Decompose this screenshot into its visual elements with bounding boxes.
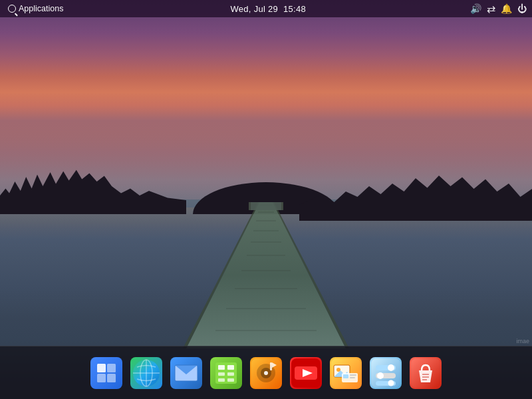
svg-rect-52 bbox=[350, 377, 355, 378]
browser-icon bbox=[130, 357, 162, 389]
svg-rect-29 bbox=[218, 365, 225, 370]
power-icon[interactable]: ⏻ bbox=[517, 3, 527, 14]
dock-item-photos[interactable] bbox=[327, 354, 364, 392]
dock-item-video[interactable] bbox=[287, 354, 325, 392]
mail-icon bbox=[170, 357, 202, 389]
dock-item-workspace[interactable] bbox=[88, 354, 125, 392]
workspace-icon bbox=[90, 357, 122, 389]
volume-icon[interactable]: 🔊 bbox=[470, 3, 481, 14]
taskbar bbox=[0, 346, 532, 399]
top-panel: Applications Wed, Jul 29 15:48 🔊 ⇄ 🔔 ⏻ bbox=[0, 0, 532, 17]
store-icon bbox=[410, 357, 442, 389]
svg-rect-15 bbox=[281, 202, 283, 210]
dock-item-settings[interactable] bbox=[367, 354, 404, 392]
svg-point-38 bbox=[264, 371, 268, 375]
svg-point-59 bbox=[388, 380, 394, 386]
svg-rect-20 bbox=[107, 374, 116, 382]
dock-item-browser[interactable] bbox=[128, 354, 165, 392]
applications-label: Applications bbox=[19, 4, 63, 13]
svg-point-57 bbox=[377, 372, 384, 379]
dock-item-calc[interactable] bbox=[207, 354, 245, 392]
network-icon[interactable]: ⇄ bbox=[487, 3, 495, 15]
svg-rect-13 bbox=[249, 202, 283, 210]
photos-icon bbox=[330, 357, 362, 389]
svg-marker-0 bbox=[186, 202, 346, 348]
search-icon bbox=[8, 5, 16, 13]
video-icon bbox=[290, 357, 322, 389]
svg-rect-32 bbox=[227, 372, 234, 376]
time-display: 15:48 bbox=[283, 4, 306, 14]
svg-rect-50 bbox=[343, 374, 348, 378]
svg-rect-33 bbox=[218, 378, 225, 382]
panel-right: 🔊 ⇄ 🔔 ⏻ bbox=[470, 3, 527, 15]
svg-rect-51 bbox=[350, 374, 356, 376]
desktop: imae bbox=[0, 0, 532, 399]
dock-item-mail[interactable] bbox=[168, 354, 205, 392]
notification-icon[interactable]: 🔔 bbox=[501, 3, 512, 14]
svg-rect-19 bbox=[97, 374, 106, 382]
svg-rect-14 bbox=[249, 202, 251, 210]
svg-rect-30 bbox=[227, 365, 234, 370]
music-icon bbox=[250, 357, 282, 389]
svg-rect-17 bbox=[97, 364, 106, 372]
calc-icon bbox=[210, 357, 242, 389]
svg-rect-18 bbox=[107, 364, 116, 372]
panel-left: Applications bbox=[5, 4, 66, 13]
dock-pier bbox=[133, 202, 399, 348]
svg-rect-34 bbox=[227, 378, 234, 382]
watermark: imae bbox=[516, 338, 529, 344]
settings-icon bbox=[370, 357, 402, 389]
date-display: Wed, Jul 29 bbox=[230, 4, 278, 14]
applications-button[interactable]: Applications bbox=[5, 4, 66, 13]
dock-item-music[interactable] bbox=[247, 354, 285, 392]
dock-item-store[interactable] bbox=[407, 354, 444, 392]
svg-point-55 bbox=[388, 364, 394, 371]
svg-rect-31 bbox=[218, 372, 225, 376]
svg-rect-39 bbox=[270, 362, 272, 370]
panel-datetime: Wed, Jul 29 15:48 bbox=[66, 4, 470, 14]
